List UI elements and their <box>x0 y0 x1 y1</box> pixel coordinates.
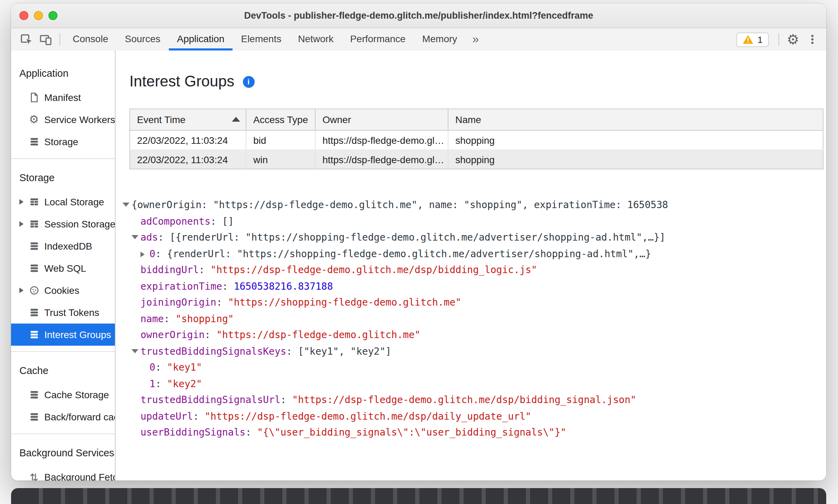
expander-right-icon[interactable] <box>19 199 28 205</box>
minimize-button[interactable] <box>34 11 43 20</box>
json-key: 0 <box>149 362 155 373</box>
settings-button[interactable]: ⚙ <box>783 30 803 49</box>
tab-application[interactable]: Application <box>168 28 233 50</box>
close-button[interactable] <box>19 11 28 20</box>
warnings-badge[interactable]: 1 <box>736 32 769 47</box>
event-row[interactable]: 22/03/2022, 11:03:24winhttps://dsp-fledg… <box>130 150 823 169</box>
expander-down-icon[interactable] <box>131 230 140 246</box>
sidebar-item-back-forward-cach[interactable]: Back/forward cach <box>11 406 115 428</box>
info-icon[interactable]: i <box>243 76 254 87</box>
tab-console[interactable]: Console <box>64 28 117 50</box>
json-plain: : <box>155 362 167 373</box>
column-header-name[interactable]: Name <box>448 109 823 130</box>
tree-row[interactable]: ads: [{renderUrl: "https://shopping-fled… <box>116 230 826 246</box>
tree-row[interactable]: userBiddingSignals: "{\"user_bidding_sig… <box>116 424 826 441</box>
zoom-button[interactable] <box>48 11 57 20</box>
tab-performance[interactable]: Performance <box>342 28 414 50</box>
expander-right-icon[interactable] <box>19 221 28 227</box>
expander-right-icon[interactable] <box>19 288 28 293</box>
sidebar-item-manifest[interactable]: Manifest <box>11 86 115 109</box>
database-icon <box>28 263 39 274</box>
sidebar-item-local-storage[interactable]: Local Storage <box>11 191 115 213</box>
event-cell: shopping <box>448 130 823 150</box>
tree-row[interactable]: 1: "key2" <box>116 376 826 392</box>
fetch-icon: ⇅ <box>28 472 39 480</box>
tree-row[interactable]: joiningOrigin: "https://shopping-fledge-… <box>116 295 826 311</box>
tree-row[interactable]: name: "shopping" <box>116 311 826 327</box>
sidebar-item-session-storage[interactable]: Session Storage <box>11 213 115 235</box>
expander-down-icon[interactable] <box>131 343 140 360</box>
json-plain: : <box>155 378 167 389</box>
window-title: DevTools - publisher-fledge-demo.glitch.… <box>11 10 826 21</box>
json-number: 1650538216.837188 <box>234 280 333 291</box>
more-tabs-button[interactable]: » <box>465 29 486 50</box>
sidebar-item-indexeddb[interactable]: IndexedDB <box>11 235 115 257</box>
sidebar-item-label: Interest Groups <box>44 329 115 340</box>
tree-row[interactable]: biddingUrl: "https://dsp-fledge-demo.gli… <box>116 262 826 278</box>
tree-row[interactable]: trustedBiddingSignalsUrl: "https://dsp-f… <box>116 392 826 408</box>
column-header-event-time[interactable]: Event Time <box>130 109 246 130</box>
json-key: 1 <box>149 378 155 389</box>
tree-row[interactable]: adComponents: [] <box>116 213 826 230</box>
devtools-body: ApplicationManifest⚙Service WorkersStora… <box>11 50 826 480</box>
json-string: "https://shopping-fledge-demo.glitch.me" <box>228 297 461 308</box>
tree-row[interactable]: 0: "key1" <box>116 360 826 376</box>
sidebar-section-background-services: Background Services <box>11 440 115 466</box>
tree-row[interactable]: ownerOrigin: "https://dsp-fledge-demo.gl… <box>116 327 826 343</box>
json-key: userBiddingSignals <box>140 427 245 438</box>
column-header-owner[interactable]: Owner <box>315 109 448 130</box>
tab-elements[interactable]: Elements <box>233 28 290 50</box>
tree-row[interactable]: 0: {renderUrl: "https://shopping-fledge-… <box>116 246 826 262</box>
panel-tabs: ConsoleSourcesApplicationElementsNetwork… <box>64 28 465 50</box>
json-string: "https://dsp-fledge-demo.glitch.me/dsp/b… <box>292 394 636 405</box>
database-icon <box>28 389 39 400</box>
sidebar-item-cookies[interactable]: Cookies <box>11 279 115 301</box>
event-row[interactable]: 22/03/2022, 11:03:24bidhttps://dsp-fledg… <box>130 130 823 150</box>
sidebar-item-label: IndexedDB <box>44 241 115 252</box>
inspect-element-button[interactable] <box>17 30 36 49</box>
tree-row[interactable]: trustedBiddingSignalsKeys: ["key1", "key… <box>116 343 826 360</box>
sidebar-separator <box>11 433 115 434</box>
tab-sources[interactable]: Sources <box>117 28 169 50</box>
sidebar-item-label: Local Storage <box>44 196 115 207</box>
tab-network[interactable]: Network <box>290 28 342 50</box>
sidebar-item-label: Manifest <box>44 92 115 103</box>
json-string: "https://dsp-fledge-demo.glitch.me" <box>216 329 420 340</box>
sidebar-item-background-fetch[interactable]: ⇅Background Fetch <box>11 466 115 480</box>
sort-ascending-icon <box>232 117 240 122</box>
database-icon <box>28 241 39 252</box>
column-header-access-type[interactable]: Access Type <box>246 109 315 130</box>
json-plain: : <box>199 264 211 275</box>
json-key: name <box>140 313 164 324</box>
tree-row[interactable]: expirationTime: 1650538216.837188 <box>116 278 826 295</box>
sidebar-item-storage[interactable]: Storage <box>11 131 115 153</box>
json-key: biddingUrl <box>140 264 199 275</box>
devtools-toolbar: ConsoleSourcesApplicationElementsNetwork… <box>11 28 826 51</box>
event-cell: win <box>246 150 315 169</box>
sidebar-item-cache-storage[interactable]: Cache Storage <box>11 384 115 406</box>
sidebar-sections: ApplicationManifest⚙Service WorkersStora… <box>11 60 115 480</box>
sidebar-item-interest-groups[interactable]: Interest Groups <box>11 324 115 346</box>
expander-right-icon[interactable] <box>140 246 149 262</box>
tree-row[interactable]: updateUrl: "https://dsp-fledge-demo.glit… <box>116 408 826 424</box>
json-string: "https://dsp-fledge-demo.glitch.me/dsp/d… <box>204 410 531 421</box>
sidebar-item-trust-tokens[interactable]: Trust Tokens <box>11 301 115 324</box>
event-cell: 22/03/2022, 11:03:24 <box>130 130 246 150</box>
column-title: Access Type <box>253 114 308 125</box>
toolbar-separator <box>778 33 779 46</box>
kebab-menu-icon <box>806 33 819 46</box>
sidebar-section-application: Application <box>11 60 115 86</box>
sidebar-item-web-sql[interactable]: Web SQL <box>11 257 115 279</box>
tree-row[interactable]: {ownerOrigin: "https://dsp-fledge-demo.g… <box>116 197 826 213</box>
json-key: trustedBiddingSignalsKeys <box>140 345 286 356</box>
customize-menu-button[interactable] <box>803 30 822 49</box>
json-plain: : <box>216 297 228 308</box>
sidebar-item-service-workers[interactable]: ⚙Service Workers <box>11 109 115 131</box>
sidebar-item-label: Storage <box>44 136 115 147</box>
panel-heading-row: Interest Groups i <box>129 71 826 92</box>
expander-down-icon[interactable] <box>122 197 131 213</box>
device-toolbar-button[interactable] <box>36 30 55 49</box>
json-string: "shopping" <box>175 313 234 324</box>
tab-memory[interactable]: Memory <box>414 28 465 50</box>
column-title: Name <box>455 114 481 125</box>
